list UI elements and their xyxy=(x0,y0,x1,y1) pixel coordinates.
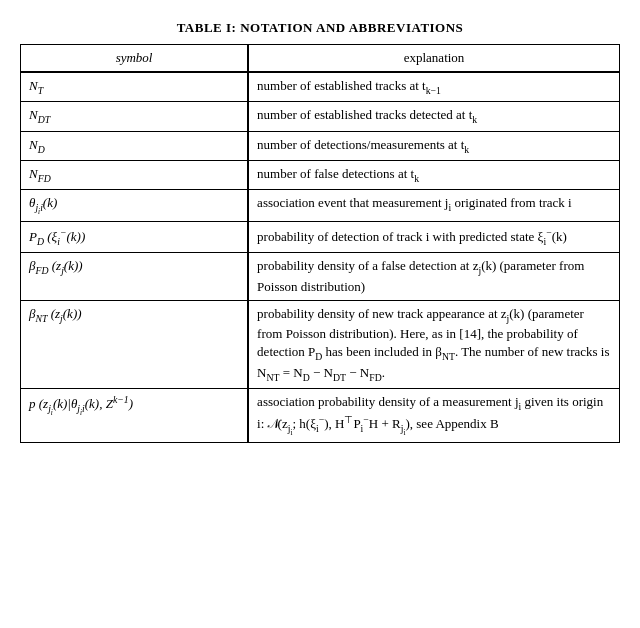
symbol-cell: NDT xyxy=(21,102,249,131)
table-header-row: symbol explanation xyxy=(21,45,620,73)
symbol-cell: PD (ξi−(k)) xyxy=(21,221,249,253)
symbol-cell: βNT (zj(k)) xyxy=(21,300,249,388)
table-row: PD (ξi−(k))probability of detection of t… xyxy=(21,221,620,253)
table-row: βFD (zj(k))probability density of a fals… xyxy=(21,253,620,300)
explanation-cell: probability of detection of track i with… xyxy=(248,221,619,253)
page-title: Table I: Notation and Abbreviations xyxy=(20,20,620,36)
symbol-cell: ND xyxy=(21,131,249,160)
notation-table: symbol explanation NTnumber of establish… xyxy=(20,44,620,443)
header-explanation: explanation xyxy=(248,45,619,73)
explanation-cell: number of detections/measurements at tk xyxy=(248,131,619,160)
table-row: θjii(k)association event that measuremen… xyxy=(21,190,620,222)
table-row: p (zji(k)|θjii(k), Zk−1)association prob… xyxy=(21,388,620,442)
symbol-cell: p (zji(k)|θjii(k), Zk−1) xyxy=(21,388,249,442)
symbol-cell: NFD xyxy=(21,160,249,189)
symbol-cell: θjii(k) xyxy=(21,190,249,222)
table-row: NTnumber of established tracks at tk−1 xyxy=(21,72,620,102)
header-symbol: symbol xyxy=(21,45,249,73)
table-row: NFDnumber of false detections at tk xyxy=(21,160,620,189)
explanation-cell: number of established tracks at tk−1 xyxy=(248,72,619,102)
symbol-cell: βFD (zj(k)) xyxy=(21,253,249,300)
explanation-cell: association event that measurement ji or… xyxy=(248,190,619,222)
explanation-cell: number of false detections at tk xyxy=(248,160,619,189)
explanation-cell: probability density of a false detection… xyxy=(248,253,619,300)
explanation-cell: probability density of new track appeara… xyxy=(248,300,619,388)
explanation-cell: number of established tracks detected at… xyxy=(248,102,619,131)
table-row: NDnumber of detections/measurements at t… xyxy=(21,131,620,160)
page-container: Table I: Notation and Abbreviations symb… xyxy=(20,20,620,443)
table-row: βNT (zj(k))probability density of new tr… xyxy=(21,300,620,388)
table-row: NDTnumber of established tracks detected… xyxy=(21,102,620,131)
explanation-cell: association probability density of a mea… xyxy=(248,388,619,442)
symbol-cell: NT xyxy=(21,72,249,102)
